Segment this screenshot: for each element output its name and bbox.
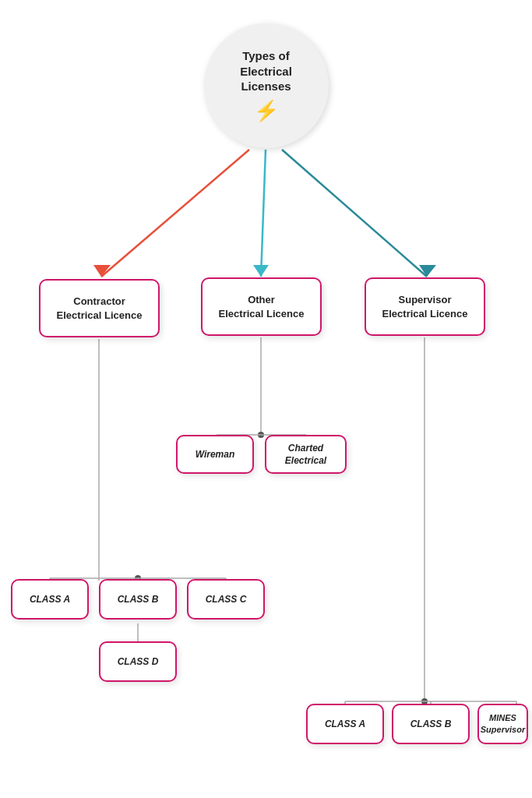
svg-line-2: [261, 150, 266, 277]
root-node: Types of Electrical Licenses ⚡: [204, 23, 329, 148]
contractor-licence-box: ContractorElectrical Licence: [39, 279, 160, 337]
supervisor-class-b-box: CLASS B: [392, 704, 470, 744]
contractor-class-b-box: CLASS B: [99, 579, 177, 620]
diagram-container: Types of Electrical Licenses ⚡ Contracto…: [0, 0, 532, 798]
other-licence-box: OtherElectrical Licence: [201, 277, 322, 336]
supervisor-licence-box: SupervisorElectrical Licence: [365, 277, 485, 336]
lightning-icon: ⚡: [254, 99, 279, 123]
mines-supervisor-box: MINESSupervisor: [477, 704, 528, 744]
svg-line-0: [101, 150, 249, 277]
svg-point-14: [258, 432, 264, 438]
wireman-box: Wireman: [176, 435, 254, 474]
contractor-class-d-box: CLASS D: [99, 641, 177, 682]
supervisor-class-a-box: CLASS A: [306, 704, 384, 744]
svg-line-4: [282, 150, 427, 277]
svg-marker-1: [93, 265, 111, 277]
svg-marker-3: [253, 265, 269, 277]
charted-electrical-box: ChartedElectrical: [265, 435, 347, 474]
contractor-class-a-box: CLASS A: [11, 579, 89, 620]
svg-marker-5: [419, 265, 436, 277]
contractor-class-c-box: CLASS C: [187, 579, 265, 620]
root-title: Types of Electrical Licenses: [240, 48, 292, 94]
